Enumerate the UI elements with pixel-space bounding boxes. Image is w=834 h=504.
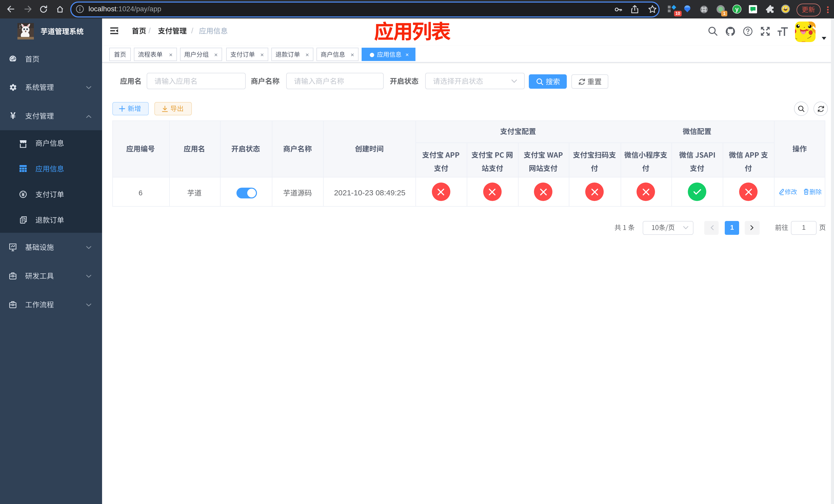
svg-text:y: y [735, 6, 739, 13]
